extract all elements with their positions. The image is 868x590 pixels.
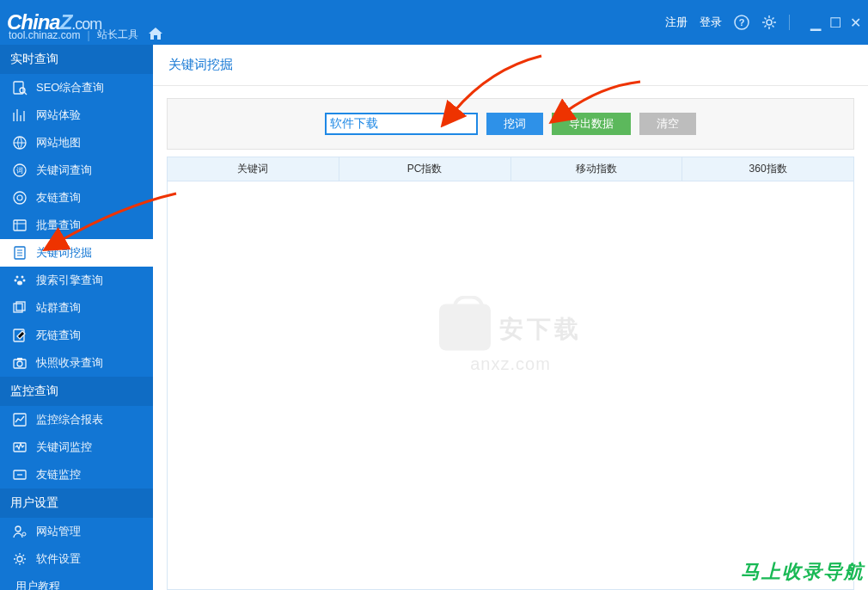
- batch-icon: [12, 218, 28, 233]
- titlebar: ChinaZ.com tool.chinaz.com | 站长工具 注册 登录 …: [0, 0, 868, 45]
- sidebar-item-label: 软件设置: [36, 551, 81, 567]
- page-title: 关键词挖掘: [153, 45, 868, 86]
- link-icon: [12, 190, 28, 206]
- sidebar-item-label: 关键词挖掘: [36, 245, 92, 261]
- col-360-index: 360指数: [682, 157, 853, 181]
- dig-button[interactable]: 挖词: [486, 113, 543, 135]
- svg-point-9: [14, 192, 26, 204]
- sidebar-item-soft-settings[interactable]: 软件设置: [0, 545, 153, 573]
- sidebar-item-label: 友链查询: [36, 190, 81, 206]
- home-icon[interactable]: [149, 28, 162, 42]
- register-link[interactable]: 注册: [665, 15, 688, 30]
- sidebar-item-label: 关键词查询: [36, 163, 92, 178]
- sidebar-item-site-manage[interactable]: 网站管理: [0, 518, 153, 545]
- section-user: 用户设置: [0, 489, 153, 518]
- minimize-icon[interactable]: ▁: [810, 15, 821, 31]
- sidebar-item-keyword-query[interactable]: 词 关键词查询: [0, 157, 153, 184]
- paw-icon: [12, 273, 28, 288]
- stack-icon: [12, 300, 28, 316]
- col-keyword: 关键词: [168, 157, 339, 181]
- svg-point-27: [22, 532, 26, 536]
- svg-rect-22: [17, 358, 22, 360]
- sub-label: 站长工具: [97, 28, 138, 42]
- sidebar-item-label: 批量查询: [36, 218, 81, 233]
- globe-icon: [12, 135, 28, 151]
- svg-point-16: [17, 281, 22, 286]
- result-table: 关键词 PC指数 移动指数 360指数 安下载 anxz.com: [167, 157, 854, 590]
- search-file-icon: [12, 80, 28, 95]
- export-button[interactable]: 导出数据: [552, 113, 631, 135]
- login-link[interactable]: 登录: [700, 15, 722, 30]
- edit-icon: [12, 328, 28, 343]
- sidebar-item-monitor-report[interactable]: 监控综合报表: [0, 406, 153, 433]
- wave-icon: [12, 439, 28, 455]
- link2-icon: [12, 467, 28, 482]
- section-monitor: 监控查询: [0, 377, 153, 406]
- svg-line-5: [24, 92, 27, 95]
- sidebar-item-site-group[interactable]: 站群查询: [0, 294, 153, 322]
- sidebar-item-label: 关键词监控: [36, 439, 92, 455]
- watermark: 安下载 anxz.com: [439, 304, 582, 373]
- maximize-icon[interactable]: ☐: [829, 15, 841, 31]
- gear-icon: [12, 551, 28, 567]
- sidebar-item-label: 友链监控: [36, 467, 81, 482]
- sidebar-item-label: 搜索引擎查询: [36, 273, 103, 288]
- svg-rect-10: [14, 220, 26, 230]
- sidebar-item-dead-link[interactable]: 死链查询: [0, 322, 153, 349]
- sidebar-item-keyword-mining[interactable]: 关键词挖掘: [0, 239, 153, 267]
- sidebar-item-label: 网站管理: [36, 524, 81, 539]
- sidebar-item-label: 网站体验: [36, 108, 81, 123]
- close-icon[interactable]: ✕: [850, 15, 861, 31]
- sidebar-item-label: 快照收录查询: [36, 355, 103, 371]
- word-icon: 词: [12, 163, 28, 178]
- logo: ChinaZ.com tool.chinaz.com | 站长工具: [7, 10, 101, 34]
- sidebar-item-site-exp[interactable]: 网站体验: [0, 101, 153, 129]
- search-area: 挖词 导出数据 清空: [167, 98, 854, 150]
- settings-icon[interactable]: [761, 15, 777, 30]
- sidebar-item-sitemap[interactable]: 网站地图: [0, 129, 153, 157]
- svg-text:词: 词: [16, 167, 23, 175]
- content: 关键词挖掘 挖词 导出数据 清空 关键词 PC指数 移动指数 360指数 安下载…: [153, 45, 868, 590]
- sidebar-item-seo[interactable]: SEO综合查询: [0, 74, 153, 101]
- footer-banner: 马上收录导航: [741, 559, 865, 585]
- sidebar-item-snapshot[interactable]: 快照收录查询: [0, 349, 153, 377]
- sidebar-item-label: 网站地图: [36, 135, 81, 151]
- col-pc-index: PC指数: [339, 157, 511, 181]
- sidebar-item-backlink-query[interactable]: 友链查询: [0, 184, 153, 212]
- svg-point-21: [17, 361, 22, 366]
- keyword-input[interactable]: [325, 113, 478, 135]
- document-icon: [12, 245, 28, 261]
- sidebar-item-label: 站群查询: [36, 300, 81, 316]
- sub-domain: tool.chinaz.com: [9, 29, 80, 41]
- sidebar-item-label: 死链查询: [36, 328, 81, 343]
- col-mobile-index: 移动指数: [511, 157, 683, 181]
- sidebar-item-batch-query[interactable]: 批量查询: [0, 212, 153, 239]
- camera-icon: [12, 355, 28, 371]
- sidebar: 实时查询 SEO综合查询 网站体验 网站地图 词 关键词查询 友链查询 批量查询…: [0, 45, 153, 590]
- svg-point-2: [767, 20, 772, 25]
- svg-point-15: [23, 280, 26, 282]
- chart-icon: [12, 108, 28, 123]
- svg-text:?: ?: [739, 17, 745, 28]
- svg-point-26: [15, 526, 21, 532]
- sidebar-item-label: 监控综合报表: [36, 412, 103, 427]
- sidebar-item-label: SEO综合查询: [36, 80, 104, 95]
- clear-button[interactable]: 清空: [639, 113, 696, 135]
- sidebar-item-backlink-monitor[interactable]: 友链监控: [0, 461, 153, 489]
- svg-point-28: [17, 556, 22, 562]
- svg-point-13: [21, 276, 24, 279]
- help-icon[interactable]: ?: [734, 15, 749, 30]
- svg-point-14: [15, 280, 17, 282]
- sidebar-item-user-tutorial[interactable]: 用户教程: [0, 573, 153, 590]
- sidebar-item-keyword-monitor[interactable]: 关键词监控: [0, 433, 153, 461]
- user-gear-icon: [12, 524, 28, 539]
- sidebar-item-search-engine[interactable]: 搜索引擎查询: [0, 267, 153, 294]
- section-realtime: 实时查询: [0, 45, 153, 74]
- sidebar-item-label: 用户教程: [15, 579, 60, 590]
- trend-icon: [12, 412, 28, 427]
- svg-point-12: [16, 276, 19, 279]
